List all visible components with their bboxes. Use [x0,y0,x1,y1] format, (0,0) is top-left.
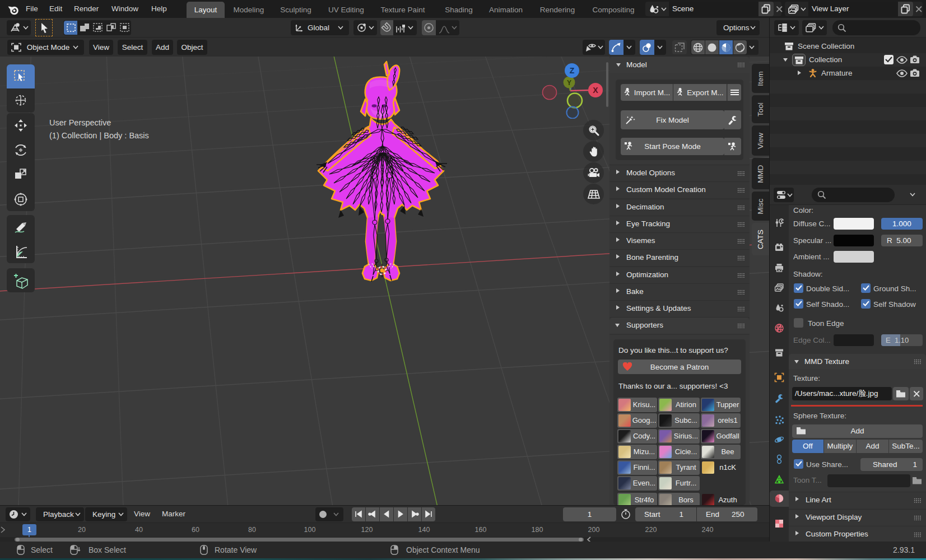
svg-text:Z: Z [570,66,575,75]
svg-text:Y: Y [567,79,571,87]
svg-text:X: X [593,86,598,95]
